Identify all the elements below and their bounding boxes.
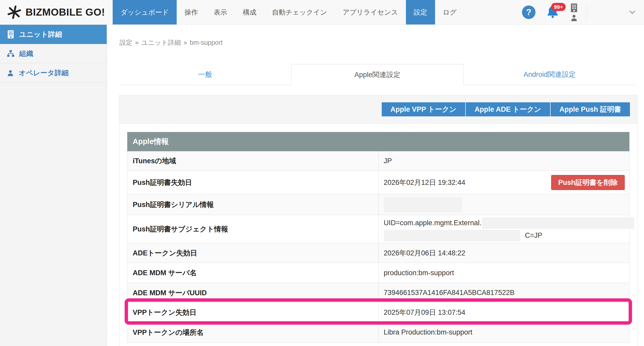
panel-toolbar: Apple VPP トークン Apple ADE トークン Apple Push… (119, 95, 637, 124)
account-menu-button[interactable] (628, 8, 637, 17)
sidebar-item-organization[interactable]: 組織 (0, 44, 107, 63)
redacted-serial-value (384, 197, 462, 212)
row-label: VPPトークン失効日 (127, 303, 379, 322)
main-content: 設定»ユニット詳細»bm-support 一般 Apple関連設定 Androi… (107, 25, 644, 346)
row-value: production:bm-support (378, 263, 629, 283)
main-menu: ダッシュボード 操作 表示 構成 自動チェックイン アプリライセンス 設定 ログ (113, 0, 464, 24)
sidebar: ユニット詳細 組織 オペレータ詳細 (0, 25, 107, 346)
apple-push-cert-button[interactable]: Apple Push 証明書 (551, 102, 630, 116)
breadcrumb-unit-detail[interactable]: ユニット詳細 (141, 39, 181, 46)
nav-item-auto-checkin[interactable]: 自動チェックイン (264, 0, 335, 24)
tab-bar: 一般 Apple関連設定 Android関連設定 (119, 64, 636, 85)
table-row: Push証明書失効日 2026年02月12日 19:32:44 Push証明書を… (127, 171, 629, 194)
tab-android-settings[interactable]: Android関連設定 (464, 64, 636, 85)
help-icon[interactable]: ? (522, 5, 535, 19)
table-row: Push証明書サブジェクト情報 UID=com.apple.mgmt.Exter… (127, 215, 629, 243)
apple-token-button-group: Apple VPP トークン Apple ADE トークン Apple Push… (382, 102, 630, 116)
nav-item-settings[interactable]: 設定 (406, 0, 435, 24)
breadcrumb-separator: » (183, 39, 187, 46)
notification-badge: 99+ (551, 3, 566, 11)
sidebar-item-label: オペレータ詳細 (19, 68, 69, 78)
row-value-prefix: UID=com.apple.mgmt.External. (384, 219, 482, 227)
chevron-down-icon (628, 8, 637, 17)
nav-divider (586, 4, 587, 20)
panel-body: Apple情報 iTunesの地域 JP Push証明書失効日 20 (119, 124, 637, 346)
notifications-button[interactable]: 99+ (545, 5, 560, 20)
nav-item-configuration[interactable]: 構成 (235, 0, 264, 24)
table-header-row: Apple情報 (127, 132, 629, 151)
redacted-subject-value (384, 230, 520, 241)
breadcrumb-separator: » (135, 39, 139, 46)
table-row: ADE MDM サーバUUID 7394661537A1416FA841A5BC… (127, 283, 629, 303)
breadcrumb: 設定»ユニット詳細»bm-support (119, 38, 644, 47)
row-value-suffix: C=JP (525, 231, 543, 239)
top-nav: BIZMOBILE GO! ダッシュボード 操作 表示 構成 自動チェックイン … (0, 0, 644, 25)
sidebar-item-label: ユニット詳細 (19, 30, 62, 39)
row-value: 2026年02月12日 19:32:44 (384, 178, 466, 187)
apple-vpp-token-button[interactable]: Apple VPP トークン (382, 102, 465, 116)
nav-item-operation[interactable]: 操作 (177, 0, 206, 24)
row-label: ADE MDM サーバUUID (127, 283, 379, 303)
account-context-button[interactable] (570, 3, 578, 22)
sidebar-item-operator-detail[interactable]: オペレータ詳細 (0, 63, 107, 83)
sidebar-item-label: 組織 (19, 49, 33, 58)
row-label: ADE MDM サーバ名 (127, 263, 379, 283)
app-title: BIZMOBILE GO! (25, 7, 105, 18)
sidebar-item-unit-detail[interactable]: ユニット詳細 (0, 25, 107, 44)
table-row: ADEトークン失効日 2026年02月06日 14:48:22 (127, 243, 629, 263)
logo-asterisk-icon (7, 5, 21, 19)
person-icon (7, 69, 14, 77)
apple-settings-panel: Apple VPP トークン Apple ADE トークン Apple Push… (119, 95, 637, 346)
tab-apple-settings[interactable]: Apple関連設定 (291, 64, 464, 85)
operator-person-icon (570, 14, 578, 22)
nav-item-app-license[interactable]: アプリライセンス (335, 0, 406, 24)
apple-ade-token-button[interactable]: Apple ADE トークン (466, 102, 550, 116)
building-icon (7, 30, 15, 39)
table-row: ADE MDM サーバ名 production:bm-support (127, 263, 629, 283)
row-label: Push証明書失効日 (127, 171, 379, 194)
row-label: Push証明書サブジェクト情報 (127, 215, 379, 243)
row-label: Push証明書シリアル情報 (127, 194, 379, 215)
unit-building-icon (570, 3, 578, 12)
table-row: Push証明書シリアル情報 (127, 194, 629, 215)
nav-item-display[interactable]: 表示 (206, 0, 235, 24)
row-label: ADEトークン失効日 (127, 243, 379, 263)
table-row: iTunesの地域 JP (127, 151, 629, 171)
table-row-vpp-expiry: VPPトークン失効日 2025年07月09日 13:07:54 (127, 303, 629, 322)
app-logo[interactable]: BIZMOBILE GO! (0, 0, 113, 24)
row-value: 2026年02月06日 14:48:22 (378, 243, 629, 263)
row-value: JP (378, 151, 629, 171)
sitemap-icon (7, 50, 15, 58)
tab-general[interactable]: 一般 (119, 64, 291, 85)
redacted-subject-value (482, 217, 634, 229)
row-label: VPPトークンの場所名 (127, 322, 379, 343)
delete-push-cert-button[interactable]: Push証明書を削除 (551, 175, 625, 190)
row-label: iTunesの地域 (127, 151, 379, 171)
nav-item-dashboard[interactable]: ダッシュボード (113, 0, 177, 24)
table-row: VPPトークンの場所名 Libra Production:bm-support (127, 322, 629, 343)
row-value: Libra Production:bm-support (378, 322, 629, 343)
breadcrumb-current: bm-support (190, 39, 222, 46)
nav-right-icons: ? 99+ (522, 0, 644, 24)
table-title: Apple情報 (127, 132, 629, 151)
row-value: 2025年07月09日 13:07:54 (378, 303, 629, 322)
nav-item-log[interactable]: ログ (435, 0, 464, 24)
apple-info-table: Apple情報 iTunesの地域 JP Push証明書失効日 20 (127, 132, 629, 343)
breadcrumb-settings[interactable]: 設定 (119, 39, 132, 46)
row-value: 7394661537A1416FA841A5BCA817522B (378, 283, 629, 303)
